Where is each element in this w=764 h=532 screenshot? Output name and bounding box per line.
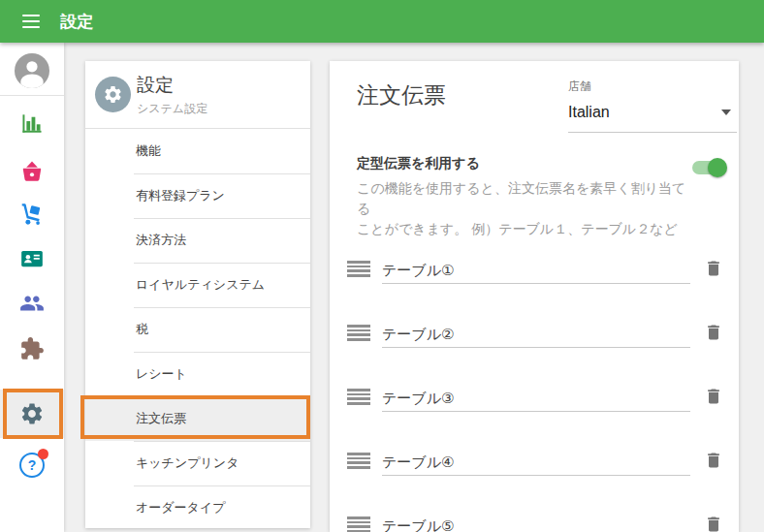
- bar-chart-icon: [19, 110, 45, 136]
- open-tickets-panel: 注文伝票 店舗 Italian 定型伝票を利用する この機能を使用すると、注文伝…: [330, 61, 739, 532]
- ticket-name-input[interactable]: テーブル⑤: [382, 513, 690, 532]
- app-bar-title: 設定: [60, 11, 94, 33]
- sidebar-item-items[interactable]: [0, 159, 64, 184]
- sidebar-item-customers[interactable]: [0, 246, 64, 271]
- trash-icon: [704, 258, 723, 279]
- menu-item-payment-types[interactable]: 決済方法: [85, 218, 310, 263]
- drag-handle-icon[interactable]: [347, 261, 370, 277]
- sidebar-item-apps[interactable]: [0, 336, 64, 361]
- sidebar-item-account[interactable]: [0, 53, 64, 88]
- trash-icon: [704, 450, 723, 471]
- toggle-knob: [708, 158, 727, 177]
- trash-icon: [704, 322, 723, 343]
- delete-ticket-button[interactable]: [704, 258, 723, 279]
- ticket-name-input[interactable]: テーブル①: [382, 257, 690, 284]
- drag-handle-icon[interactable]: [347, 389, 370, 405]
- app-screen: 設定: [0, 0, 764, 532]
- menu-item-loyalty[interactable]: ロイヤルティシステム: [85, 263, 310, 307]
- sidebar-item-help[interactable]: ?: [19, 450, 46, 476]
- app-bar: 設定: [0, 0, 764, 43]
- delete-ticket-button[interactable]: [704, 386, 723, 407]
- drag-handle-icon[interactable]: [347, 325, 370, 341]
- delete-ticket-button[interactable]: [704, 322, 723, 343]
- menu-item-taxes[interactable]: 税: [85, 307, 310, 352]
- hand-truck-icon: [19, 202, 45, 227]
- account-icon: [15, 53, 49, 88]
- store-select-label: 店舗: [568, 78, 737, 95]
- toggle-description: この機能を使用すると、注文伝票名を素早く割り当てる ことができます。 例）テーブ…: [357, 178, 698, 239]
- settings-avatar: [95, 77, 131, 112]
- settings-menu-card: 設定 システム設定 機能 有料登録プラン 決済方法 ロイヤルティシステム 税 レ…: [85, 61, 310, 528]
- delete-ticket-button[interactable]: [704, 514, 723, 532]
- people-icon: [18, 291, 46, 316]
- trash-icon: [704, 514, 723, 532]
- gear-icon: [103, 84, 123, 105]
- toggle-label: 定型伝票を利用する: [357, 155, 698, 172]
- notification-badge: [38, 449, 48, 459]
- menu-item-open-tickets[interactable]: 注文伝票: [85, 396, 310, 441]
- ticket-row: テーブル④: [330, 437, 739, 484]
- page-title: 注文伝票: [357, 80, 446, 110]
- ticket-row: テーブル⑤: [330, 501, 739, 532]
- basket-icon: [19, 159, 45, 184]
- drag-handle-icon[interactable]: [347, 516, 370, 532]
- settings-menu-title: 設定: [137, 73, 207, 98]
- settings-menu-header: 設定 システム設定: [85, 61, 310, 129]
- sidebar-divider: [0, 95, 64, 96]
- settings-menu-subtitle: システム設定: [137, 101, 207, 117]
- settings-menu-list: 機能 有料登録プラン 決済方法 ロイヤルティシステム 税 レシート 注文伝票 キ…: [85, 129, 310, 528]
- hamburger-menu-icon[interactable]: [22, 15, 40, 28]
- predefined-tickets-toggle[interactable]: [691, 158, 727, 177]
- ticket-row: テーブル①: [330, 245, 739, 292]
- menu-item-billing[interactable]: 有料登録プラン: [85, 173, 310, 218]
- puzzle-icon: [19, 336, 45, 361]
- gear-icon: [19, 401, 45, 426]
- store-select[interactable]: 店舗 Italian: [568, 78, 737, 133]
- delete-ticket-button[interactable]: [704, 450, 723, 471]
- ticket-name-input[interactable]: テーブル③: [382, 385, 690, 412]
- menu-item-kitchen-printers[interactable]: キッチンプリンタ: [85, 441, 310, 485]
- ticket-name-input[interactable]: テーブル②: [382, 321, 690, 348]
- predefined-tickets-section: 定型伝票を利用する この機能を使用すると、注文伝票名を素早く割り当てる ことがで…: [357, 155, 698, 239]
- menu-item-order-types[interactable]: オーダータイプ: [85, 485, 310, 528]
- sidebar-item-inventory[interactable]: [0, 202, 64, 227]
- ticket-row: テーブル②: [330, 309, 739, 356]
- store-select-value: Italian: [568, 104, 610, 121]
- ticket-row: テーブル③: [330, 373, 739, 420]
- menu-item-receipt[interactable]: レシート: [85, 352, 310, 396]
- sidebar: ?: [0, 43, 64, 532]
- sidebar-item-reports[interactable]: [0, 110, 64, 136]
- sidebar-item-employees[interactable]: [0, 291, 64, 316]
- contact-card-icon: [19, 246, 45, 271]
- sidebar-item-settings[interactable]: [0, 390, 64, 438]
- trash-icon: [704, 386, 723, 407]
- ticket-name-input[interactable]: テーブル④: [382, 449, 690, 476]
- menu-item-features[interactable]: 機能: [85, 129, 310, 173]
- chevron-down-icon: [721, 110, 731, 115]
- drag-handle-icon[interactable]: [347, 453, 370, 469]
